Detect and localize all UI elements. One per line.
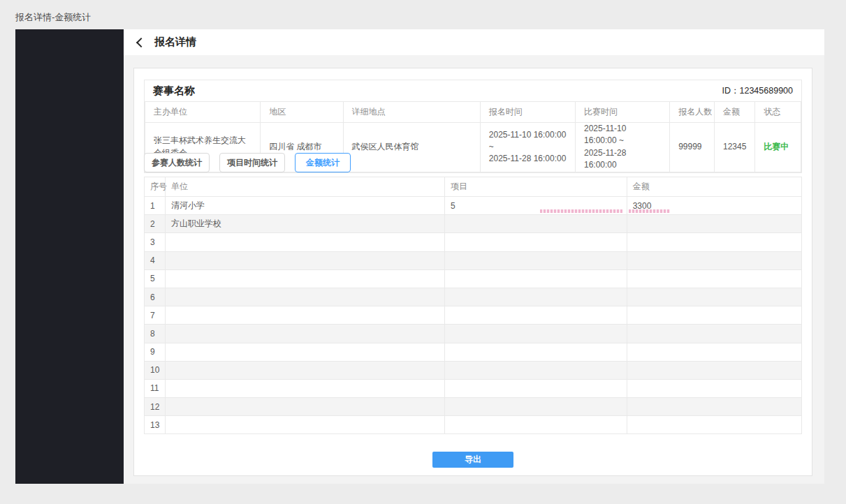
table-row: 10: [145, 361, 802, 379]
event-signup-time: 2025-11-10 16:00:00 ~ 2025-11-28 16:00:0…: [480, 123, 575, 172]
table-row: 7: [145, 306, 802, 325]
event-amount: 12345: [715, 123, 755, 172]
table-row: 13: [145, 416, 802, 434]
content-area: 赛事名称 ID：12345689900 主办单位 地区 详细地点: [124, 55, 824, 484]
cell-amount: [627, 306, 801, 325]
cell-items: [445, 379, 627, 397]
cell-no: 10: [145, 361, 166, 379]
cell-amount: [627, 379, 801, 397]
page-title: 报名详情: [154, 36, 196, 49]
cell-amount: [627, 288, 801, 306]
table-row: 9: [145, 343, 802, 361]
table-row: 1清河小学53300: [145, 197, 802, 215]
table-row: 6: [145, 288, 802, 306]
table-row: 4: [145, 251, 802, 269]
back-icon[interactable]: [136, 37, 146, 47]
event-name-title: 赛事名称: [153, 84, 195, 98]
cell-items: [445, 306, 627, 325]
match-time-line1: 2025-11-10 16:00:00 ~: [584, 123, 661, 147]
export-button[interactable]: 导出: [432, 452, 513, 468]
cell-unit: [166, 379, 445, 397]
page-context-label: 报名详情-金额统计: [15, 11, 91, 24]
column-header-signup-count: 报名人数: [670, 102, 715, 123]
cell-unit: [166, 306, 445, 325]
cell-items: [445, 233, 627, 251]
page-header: 报名详情: [124, 29, 824, 55]
sidebar: [15, 29, 124, 484]
signup-time-line1: 2025-11-10 16:00:00 ~: [489, 129, 567, 154]
status-badge: 比赛中: [764, 142, 789, 151]
cell-amount: [627, 251, 801, 269]
cell-items: [445, 215, 627, 233]
event-match-time: 2025-11-10 16:00:00 ~ 2025-11-28 16:00:0…: [575, 123, 669, 172]
cell-no: 2: [145, 215, 166, 233]
cell-amount: [627, 398, 801, 416]
column-header-index: 序号: [145, 177, 166, 197]
cell-unit: [166, 288, 445, 306]
column-header-venue: 详细地点: [343, 102, 480, 123]
event-signup-count: 99999: [670, 123, 715, 172]
column-header-region: 地区: [261, 102, 343, 123]
tab-participant-count-stats[interactable]: 参赛人数统计: [144, 153, 210, 172]
cell-amount: [627, 343, 801, 361]
cell-unit: [166, 416, 445, 434]
pink-annotation-segment: [540, 209, 622, 213]
tab-event-time-stats[interactable]: 项目时间统计: [219, 153, 285, 172]
column-header-status: 状态: [755, 102, 801, 123]
cell-no: 11: [145, 379, 166, 397]
column-header-row-amount: 金额: [627, 177, 801, 197]
table-row: 3: [145, 233, 802, 251]
cell-items: [445, 288, 627, 306]
cell-items: [445, 251, 627, 269]
cell-no: 5: [145, 269, 166, 288]
cell-no: 3: [145, 233, 166, 251]
cell-amount: [627, 416, 801, 434]
cell-no: 6: [145, 288, 166, 306]
table-row: 2方山职业学校: [145, 215, 802, 233]
stat-tabs: 参赛人数统计 项目时间统计 金额统计: [144, 153, 351, 172]
pink-annotation: [540, 209, 670, 213]
table-row: 11: [145, 379, 802, 397]
event-status: 比赛中: [755, 123, 801, 172]
event-title-row: 赛事名称 ID：12345689900: [145, 80, 801, 101]
cell-unit: [166, 361, 445, 379]
cell-amount: [627, 233, 801, 251]
cell-amount: [627, 325, 801, 343]
pink-annotation-segment: [629, 209, 670, 213]
cell-no: 9: [145, 343, 166, 361]
signup-time-line2: 2025-11-28 16:00:00: [489, 153, 567, 165]
cell-items: [445, 398, 627, 416]
column-header-items: 项目: [445, 177, 627, 197]
column-header-match-time: 比赛时间: [575, 102, 669, 123]
event-id: ID：12345689900: [722, 85, 793, 97]
cell-amount: [627, 361, 801, 379]
cell-amount: [627, 269, 801, 288]
cell-unit: [166, 343, 445, 361]
cell-amount: [627, 215, 801, 233]
column-header-amount: 金额: [715, 102, 755, 123]
event-table-header-row: 主办单位 地区 详细地点 报名时间 比赛时间 报名人数 金额 状态: [145, 102, 801, 123]
cell-items: [445, 416, 627, 434]
column-header-unit: 单位: [166, 177, 445, 197]
cell-unit: [166, 269, 445, 288]
content-panel: 赛事名称 ID：12345689900 主办单位 地区 详细地点: [133, 68, 812, 476]
cell-no: 1: [145, 197, 166, 215]
amount-stats-table: 序号 单位 项目 金额 1清河小学53300 2方山职业学校 3 4 5 6 7…: [144, 177, 802, 434]
cell-unit: [166, 398, 445, 416]
cell-no: 12: [145, 398, 166, 416]
column-header-signup-time: 报名时间: [480, 102, 575, 123]
table-row: 5: [145, 269, 802, 288]
table-row: 8: [145, 325, 802, 343]
page: 报名详情-金额统计 报名详情 赛事名称 ID：12345689900: [0, 0, 846, 504]
cell-unit: [166, 325, 445, 343]
cell-unit: 方山职业学校: [166, 215, 445, 233]
table-row: 12: [145, 398, 802, 416]
cell-unit: [166, 251, 445, 269]
cell-no: 8: [145, 325, 166, 343]
column-header-organizer: 主办单位: [145, 102, 261, 123]
cell-no: 13: [145, 416, 166, 434]
cell-items: [445, 343, 627, 361]
tab-amount-stats[interactable]: 金额统计: [295, 153, 351, 172]
cell-items: [445, 269, 627, 288]
match-time-line2: 2025-11-28 16:00:00: [584, 147, 661, 172]
